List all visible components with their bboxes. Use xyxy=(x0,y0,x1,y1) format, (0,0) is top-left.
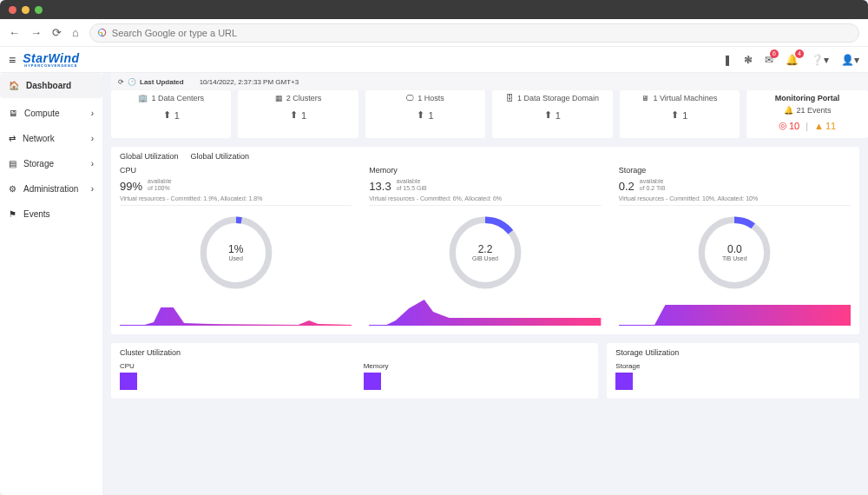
up-circle-icon: ⬆ xyxy=(417,109,424,121)
up-circle-icon: ⬆ xyxy=(544,109,552,121)
back-icon[interactable]: ← xyxy=(9,26,20,39)
stat-card-clusters[interactable]: ▦2 Clusters ⬆1 xyxy=(238,90,358,138)
monitor-title: Monitoring Portal xyxy=(753,94,861,102)
chat-badge: 6 xyxy=(770,50,779,58)
sto-donut: 0.0TiB Used xyxy=(696,214,773,291)
top-icons: ❚ ❃ ✉6 🔔4 ❔▾ 👤▾ xyxy=(723,54,859,66)
user-icon[interactable]: 👤▾ xyxy=(841,54,859,66)
stat-card-vms[interactable]: 🖥1 Virtual Machines ⬆1 xyxy=(620,90,740,138)
stat-label: 2 Clusters xyxy=(286,94,322,102)
storage-util-title: Storage Utilization xyxy=(615,348,851,357)
storage-util-col: Storage xyxy=(615,362,851,390)
last-updated-ts: 10/14/2022, 2:37:33 PM GMT+3 xyxy=(200,78,299,86)
address-bar[interactable]: Search Google or type a URL xyxy=(89,23,859,43)
separator: | xyxy=(806,121,808,131)
cluster-mem-label: Memory xyxy=(364,362,590,370)
stat-value: 1 xyxy=(428,110,433,121)
sidebar-item-storage[interactable]: ▤Storage › xyxy=(0,151,102,176)
mem-donut: 2.2GiB Used xyxy=(447,214,523,291)
storage-util-swatch xyxy=(615,373,633,390)
crit-count: 10 xyxy=(789,121,799,131)
sidebar-item-compute[interactable]: 🖥Compute › xyxy=(0,101,102,126)
sidebar-label: Events xyxy=(23,209,50,219)
stat-card-hosts[interactable]: 🖵1 Hosts ⬆1 xyxy=(365,90,485,138)
tab-global-1[interactable]: Global Utilization xyxy=(120,152,179,161)
sto-avail-bot: of 0.2 TiB xyxy=(640,185,666,191)
clock-icon: 🕑 xyxy=(128,78,136,86)
stat-value: 1 xyxy=(301,110,306,121)
monitoring-portal-card[interactable]: Monitoring Portal 🔔21 Events ◎10 | ▲11 xyxy=(746,90,868,138)
window-titlebar xyxy=(0,0,868,19)
cluster-mem-swatch xyxy=(364,373,381,390)
hamburger-icon[interactable]: ≡ xyxy=(9,53,16,67)
util-col-cpu: CPU 99% availableof 100% Virtual resourc… xyxy=(120,166,352,326)
mem-sub: Virtual resources - Committed: 6%, Alloc… xyxy=(369,195,601,206)
mem-sparkline xyxy=(369,294,601,326)
google-icon xyxy=(97,28,107,37)
cpu-avail-top: available xyxy=(148,178,172,184)
last-updated-row: ⟳ 🕑 Last Updated 10/14/2022, 2:37:33 PM … xyxy=(111,73,868,90)
bell-badge: 4 xyxy=(795,50,804,58)
forward-icon[interactable]: → xyxy=(30,26,42,39)
cluster-cpu-col: CPU xyxy=(120,362,346,390)
stat-value: 1 xyxy=(174,110,180,121)
sidebar-item-events[interactable]: ⚑Events xyxy=(0,201,102,227)
stat-label: 1 Hosts xyxy=(418,94,444,102)
home-icon[interactable]: ⌂ xyxy=(72,26,79,39)
cluster-title: Cluster Utilization xyxy=(120,348,589,357)
cpu-available-big: 99% xyxy=(120,180,142,193)
sidebar-label: Storage xyxy=(23,159,54,168)
cpu-sparkline xyxy=(120,294,352,326)
sidebar-label: Dashboard xyxy=(26,81,71,90)
warning-icon: ▲ xyxy=(814,121,824,131)
stat-card-datacenters[interactable]: 🏢1 Data Centers ⬆1 xyxy=(111,90,231,138)
tab-global-2[interactable]: Global Utilization xyxy=(191,152,250,161)
refresh-icon[interactable]: ⟳ xyxy=(118,78,124,86)
building-icon: 🏢 xyxy=(138,94,148,102)
sidebar-item-network[interactable]: ⇄Network › xyxy=(0,126,102,151)
stat-card-storage-domain[interactable]: 🗄1 Data Storage Domain ⬆1 xyxy=(492,90,612,138)
stats-cards-row: 🏢1 Data Centers ⬆1 ▦2 Clusters ⬆1 🖵1 Hos… xyxy=(111,90,868,138)
bell-icon[interactable]: 🔔4 xyxy=(786,54,799,66)
tag-icon[interactable]: ❃ xyxy=(744,54,753,66)
flag-icon: ⚑ xyxy=(9,209,16,219)
app-topbar: ≡ StarWind HYPERCONVERGENCE ❚ ❃ ✉6 🔔4 ❔▾… xyxy=(0,47,868,73)
compute-icon: 🖥 xyxy=(9,109,17,118)
cluster-mem-col: Memory xyxy=(364,362,590,390)
reload-icon[interactable]: ⟳ xyxy=(52,26,62,39)
global-utilization-panel: Global Utilization Global Utilization CP… xyxy=(111,147,859,334)
sto-sub: Virtual resources - Committed: 10%, Allo… xyxy=(619,195,851,206)
error-icon: ◎ xyxy=(779,120,787,131)
cluster-icon: ▦ xyxy=(275,94,283,102)
cpu-donut-n: 1% xyxy=(228,243,243,255)
host-icon: 🖵 xyxy=(406,94,414,102)
cluster-cpu-label: CPU xyxy=(120,362,346,370)
bell-icon: 🔔 xyxy=(784,106,793,115)
sto-available-big: 0.2 xyxy=(619,180,635,193)
storage-utilization-panel: Storage Utilization Storage xyxy=(607,343,859,399)
dashboard-icon: 🏠 xyxy=(9,81,19,90)
stat-value: 1 xyxy=(682,110,687,121)
mem-avail-top: available xyxy=(397,178,421,184)
chevron-right-icon: › xyxy=(91,159,94,168)
help-icon[interactable]: ❔▾ xyxy=(811,54,829,66)
stat-label: 1 Data Storage Domain xyxy=(517,94,599,102)
cpu-donut: 1%Used xyxy=(198,214,274,291)
db-icon: 🗄 xyxy=(506,94,514,102)
minimize-dot[interactable] xyxy=(22,6,30,14)
util-title-mem: Memory xyxy=(369,166,601,175)
chevron-right-icon: › xyxy=(91,184,94,194)
sto-avail-top: available xyxy=(640,178,664,184)
network-icon: ⇄ xyxy=(9,134,16,143)
up-circle-icon: ⬆ xyxy=(290,109,298,121)
brand-sub: HYPERCONVERGENCE xyxy=(23,64,79,68)
chevron-right-icon: › xyxy=(91,134,94,143)
cpu-donut-u: Used xyxy=(228,255,242,261)
sidebar-label: Administration xyxy=(23,184,78,194)
sidebar-item-dashboard[interactable]: 🏠Dashboard xyxy=(0,73,102,98)
maximize-dot[interactable] xyxy=(35,6,43,14)
bookmark-icon[interactable]: ❚ xyxy=(723,54,732,66)
close-dot[interactable] xyxy=(9,6,16,14)
chat-icon[interactable]: ✉6 xyxy=(765,54,773,66)
sidebar-item-administration[interactable]: ⚙Administration › xyxy=(0,176,102,201)
